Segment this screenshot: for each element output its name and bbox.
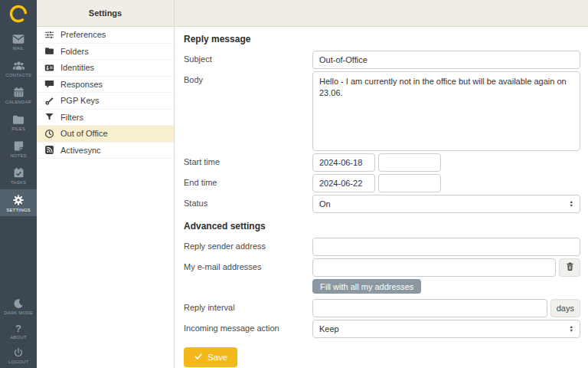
taskmenu-label: DARK MODE: [4, 310, 33, 315]
calendar-icon: [13, 87, 24, 98]
content-header: [175, 0, 588, 27]
reply-interval-label: Reply interval: [184, 299, 312, 312]
app-logo[interactable]: [0, 0, 37, 28]
taskmenu-item-contacts[interactable]: CONTACTS: [0, 55, 37, 82]
sliders-icon: [44, 30, 54, 40]
taskmenu-item-files[interactable]: FILES: [0, 109, 37, 136]
taskmenu-label: CALENDAR: [5, 100, 31, 104]
reply-sender-input[interactable]: [312, 238, 580, 256]
taskmenu-label: LOGOUT: [8, 360, 29, 364]
speech-bubble-icon: [44, 79, 54, 89]
fill-addresses-field: Fill with all my addresses: [312, 279, 580, 297]
moon-icon: [13, 298, 24, 309]
reply-interval-input[interactable]: [312, 299, 547, 317]
roundcube-ring-icon: [8, 4, 28, 25]
reply-interval-field: days: [312, 299, 580, 317]
taskmenu-item-about[interactable]: ABOUT: [0, 319, 37, 343]
settings-item-out-of-office[interactable]: Out of Office: [37, 126, 174, 143]
gear-icon: [12, 194, 24, 206]
incoming-action-row: Incoming message action Keep: [184, 320, 580, 338]
settings-item-label: Identities: [60, 63, 94, 72]
folder-icon: [12, 114, 24, 125]
settings-item-responses[interactable]: Responses: [37, 77, 174, 94]
status-select[interactable]: On: [312, 195, 580, 213]
fill-addresses-spacer: [184, 279, 312, 283]
subject-row: Subject: [184, 51, 580, 69]
my-addresses-label: My e-mail addresses: [184, 258, 312, 271]
end-date-input[interactable]: [312, 174, 375, 192]
settings-item-label: Folders: [60, 47, 89, 56]
taskmenu-item-tasks[interactable]: TASKS: [0, 163, 37, 189]
funnel-icon: [44, 112, 54, 122]
settings-item-folders[interactable]: Folders: [37, 44, 174, 61]
taskmenu-item-mail[interactable]: MAIL: [0, 28, 37, 55]
status-field: On: [312, 195, 580, 213]
taskmenu-label: TASKS: [11, 180, 26, 185]
start-date-input[interactable]: [312, 153, 375, 172]
fill-addresses-button[interactable]: Fill with all my addresses: [312, 279, 421, 294]
taskmenu-label: MAIL: [13, 46, 24, 51]
trash-icon: [565, 261, 575, 274]
power-icon: [13, 347, 24, 358]
taskmenu-label: CONTACTS: [5, 73, 31, 77]
end-time-row: End time: [184, 174, 580, 192]
settings-item-label: Out of Office: [60, 129, 108, 138]
status-label: Status: [184, 195, 312, 208]
taskmenu-item-calendar[interactable]: CALENDAR: [0, 82, 37, 109]
settings-item-pgp-keys[interactable]: PGP Keys: [37, 93, 174, 110]
my-addresses-input[interactable]: [312, 258, 556, 277]
settings-item-label: PGP Keys: [60, 96, 100, 105]
settings-item-identities[interactable]: Identities: [37, 60, 174, 77]
subject-label: Subject: [184, 51, 312, 64]
save-button-label: Save: [207, 353, 227, 362]
taskmenu-label: FILES: [11, 127, 25, 131]
incoming-action-field: Keep: [312, 320, 580, 338]
select-arrows-icon: [570, 325, 573, 333]
end-time-input[interactable]: [378, 174, 441, 192]
taskmenu-item-logout[interactable]: LOGOUT: [0, 343, 37, 368]
body-field: Hello - I am currently not in the office…: [312, 71, 580, 151]
reply-message-heading: Reply message: [184, 34, 580, 44]
body-row: Body Hello - I am currently not in the o…: [184, 71, 580, 151]
start-time-label: Start time: [184, 153, 312, 166]
select-arrows-icon: [570, 200, 573, 208]
settings-list-panel: Settings Preferences Folders: [37, 0, 175, 368]
end-time-label: End time: [184, 174, 312, 187]
settings-item-label: Preferences: [60, 30, 106, 39]
status-row: Status On: [184, 195, 580, 213]
broadcast-icon: [44, 145, 54, 155]
save-button[interactable]: Save: [184, 347, 237, 367]
folder-icon: [44, 46, 54, 56]
subject-input[interactable]: [312, 51, 580, 69]
clock-icon: [44, 129, 54, 139]
settings-item-filters[interactable]: Filters: [37, 110, 174, 127]
settings-item-preferences[interactable]: Preferences: [37, 27, 174, 44]
settings-item-label: Activesync: [60, 146, 101, 155]
check-icon: [194, 352, 203, 363]
incoming-action-select[interactable]: Keep: [312, 320, 580, 338]
settings-item-label: Filters: [60, 113, 83, 122]
reply-interval-row: Reply interval days: [184, 299, 580, 317]
delete-address-button[interactable]: [559, 258, 580, 277]
taskmenu-item-notes[interactable]: NOTES: [0, 136, 37, 163]
note-icon: [13, 140, 24, 152]
reply-sender-label: Reply sender address: [184, 238, 312, 251]
settings-item-activesync[interactable]: Activesync: [37, 143, 174, 159]
id-card-icon: [44, 63, 54, 73]
incoming-action-select-value: Keep: [319, 324, 339, 334]
end-time-field: [312, 174, 580, 192]
reply-sender-field: [312, 238, 580, 256]
my-addresses-row: My e-mail addresses: [184, 258, 580, 277]
question-icon: [15, 324, 21, 334]
reply-interval-unit: days: [550, 299, 580, 317]
my-addresses-field: [312, 258, 580, 277]
taskmenu-label: NOTES: [10, 153, 27, 158]
taskmenu-spacer: [0, 216, 37, 294]
incoming-action-label: Incoming message action: [184, 320, 312, 333]
people-icon: [12, 61, 25, 71]
body-textarea[interactable]: Hello - I am currently not in the office…: [312, 71, 580, 151]
taskmenu-item-settings[interactable]: SETTINGS: [0, 189, 37, 216]
start-time-input[interactable]: [378, 153, 441, 172]
start-time-row: Start time: [184, 153, 580, 172]
taskmenu-item-darkmode[interactable]: DARK MODE: [0, 294, 37, 319]
